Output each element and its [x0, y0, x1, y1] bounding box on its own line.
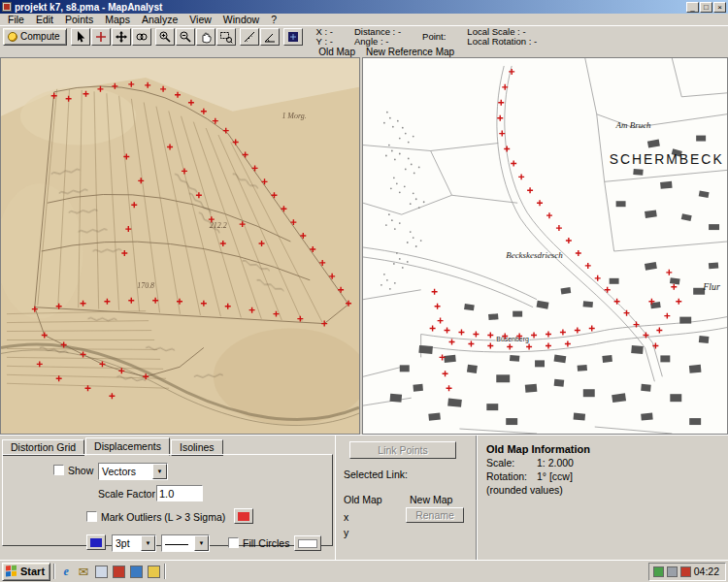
mark-outliers-checkbox[interactable]	[86, 511, 97, 522]
angle-readout: Angle : -	[354, 37, 401, 47]
fill-circle-color-swatch	[298, 539, 317, 548]
menu-analyze[interactable]: Analyze	[136, 14, 183, 26]
taskbar-divider	[164, 564, 166, 579]
tray-icon-mapanalyst[interactable]	[680, 566, 691, 577]
taskbar-clock[interactable]: 04:22	[694, 566, 719, 577]
pointer-tool-group	[71, 28, 151, 46]
measure-tool-group	[240, 28, 280, 46]
distance-angle-readout: Distance : - Angle : -	[354, 27, 401, 47]
chevron-down-icon: ▼	[141, 535, 155, 551]
y-row-label: y	[344, 527, 348, 538]
start-label: Start	[20, 566, 45, 577]
old-map-information-section: Old Map Information Scale: 1: 2.000 Rota…	[476, 436, 728, 560]
mail-icon[interactable]: ✉	[76, 564, 91, 579]
pan-tool-button[interactable]	[196, 28, 215, 46]
fill-circle-color-button[interactable]	[294, 535, 321, 551]
line-width-value: 3pt	[113, 535, 141, 551]
mapanalyst-window: projekt k7, s8.pma - MapAnalyst _ □ × Fi…	[0, 0, 728, 582]
zoom-in-icon	[158, 30, 172, 44]
point-label: Point:	[422, 32, 446, 42]
scale-value: 1: 2.000	[537, 457, 574, 469]
vector-color-swatch	[90, 538, 102, 547]
close-button[interactable]: ×	[713, 2, 726, 13]
pointer-icon	[74, 30, 87, 44]
coordinate-readouts: X : - Y : - Distance : - Angle : - Point…	[316, 27, 538, 47]
line-style-dropdown[interactable]: ▼	[161, 534, 210, 552]
link-points-tool-button[interactable]	[132, 28, 151, 46]
zoom-out-icon	[179, 30, 192, 44]
vector-color-button[interactable]	[86, 534, 106, 550]
distance-tool-button[interactable]	[240, 28, 259, 46]
label-busenberg: Büsenberg	[496, 336, 529, 343]
x-row-label: x	[344, 511, 348, 523]
scale-factor-label: Scale Factor	[98, 488, 155, 500]
rotation-label: Rotation:	[486, 470, 537, 482]
svg-text:170.8: 170.8	[137, 281, 154, 290]
rename-button[interactable]: Rename	[406, 507, 464, 523]
angle-tool-button[interactable]	[260, 28, 280, 46]
fill-circles-checkbox[interactable]	[228, 537, 239, 548]
start-button[interactable]: Start	[2, 563, 50, 581]
old-map-information-title: Old Map Information	[486, 443, 590, 455]
menu-edit[interactable]: Edit	[30, 14, 59, 26]
mapanalyst-quick-launch-icon[interactable]	[111, 564, 126, 579]
local-scale-rotation-readout: Local Scale : - Local Rotation : -	[467, 27, 537, 47]
selected-link-label: Selected Link:	[344, 469, 408, 480]
show-desktop-icon[interactable]	[93, 564, 109, 579]
local-scale-readout: Local Scale : -	[467, 27, 537, 37]
map-area: 1 Morg.212.2170.8	[0, 57, 728, 435]
old-map-header: Old Map	[0, 47, 360, 57]
internet-explorer-icon[interactable]: e	[58, 564, 74, 579]
media-player-icon[interactable]	[128, 564, 144, 579]
scale-factor-input[interactable]	[156, 485, 203, 501]
folder-icon[interactable]	[146, 564, 161, 579]
display-options-section: Distortion Grid Displacements Isolines S…	[0, 436, 335, 560]
menu-file[interactable]: File	[2, 14, 30, 26]
point-cross-icon	[94, 30, 108, 44]
move-point-tool-button[interactable]	[112, 28, 131, 46]
old-map-drawing: 1 Morg.212.2170.8	[1, 58, 359, 434]
menu-help[interactable]: ?	[265, 14, 282, 26]
zoom-out-tool-button[interactable]	[176, 28, 195, 46]
line-width-dropdown[interactable]: 3pt ▼	[112, 534, 156, 552]
xy-readout: X : - Y : -	[316, 27, 333, 47]
bottom-panel: Distortion Grid Displacements Isolines S…	[0, 435, 728, 560]
minimize-button[interactable]: _	[686, 2, 699, 13]
show-label: Show	[68, 465, 93, 476]
angle-icon	[263, 30, 277, 44]
map-display-tool-button[interactable]	[283, 28, 303, 46]
vector-type-dropdown[interactable]: Vectors ▼	[98, 463, 168, 480]
windows-logo-icon	[6, 566, 17, 578]
compute-button[interactable]: Compute	[3, 28, 67, 46]
old-map-panel[interactable]: 1 Morg.212.2170.8	[0, 57, 360, 435]
map-header-row: Old Map New Reference Map	[0, 47, 728, 57]
tray-icon-network[interactable]	[653, 566, 664, 577]
local-rotation-readout: Local Rotation : -	[467, 37, 537, 47]
show-checkbox[interactable]	[53, 465, 64, 475]
pointer-tool-button[interactable]	[71, 28, 90, 46]
menu-points[interactable]: Points	[59, 14, 99, 26]
menu-view[interactable]: View	[183, 14, 217, 26]
maximize-button[interactable]: □	[700, 2, 712, 13]
hand-icon	[199, 30, 213, 44]
link-points-button[interactable]: Link Points	[349, 441, 456, 459]
y-readout: Y : -	[316, 37, 333, 47]
tray-icon-volume[interactable]	[667, 566, 678, 577]
new-map-panel[interactable]: Am Bruch SCHERMBECK Beckskesdriesch Büse…	[362, 57, 728, 435]
title-bar: projekt k7, s8.pma - MapAnalyst _ □ ×	[0, 0, 728, 14]
new-map-header: New Reference Map	[362, 47, 728, 57]
map-tool-group	[283, 28, 303, 46]
displacements-tab-body: Show Vectors ▼ Scale Factor Mark Outlier…	[2, 454, 333, 546]
ruler-icon	[243, 30, 256, 44]
x-readout: X : -	[316, 27, 333, 37]
move-arrows-icon	[115, 30, 128, 44]
zoom-window-tool-button[interactable]	[216, 28, 236, 46]
label-schermbeck: SCHERMBECK	[610, 151, 724, 167]
label-beckskesdriesch: Beckskesdriesch	[506, 250, 563, 260]
menu-maps[interactable]: Maps	[99, 14, 136, 26]
chain-link-icon	[135, 30, 149, 44]
menu-window[interactable]: Window	[217, 14, 265, 26]
zoom-in-tool-button[interactable]	[155, 28, 175, 46]
set-point-tool-button[interactable]	[91, 28, 111, 46]
outlier-color-button[interactable]	[234, 508, 253, 524]
